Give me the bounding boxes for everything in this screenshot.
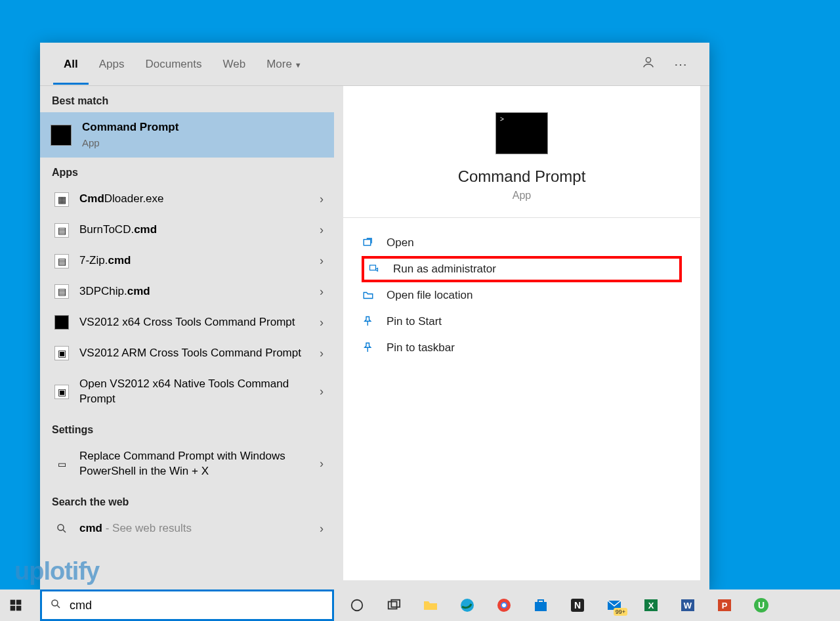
setting-label: Replace Command Prompt with Windows Powe… xyxy=(79,449,314,479)
task-view-icon[interactable] xyxy=(385,596,403,614)
section-settings: Settings xyxy=(40,415,334,441)
preview-subtitle: App xyxy=(513,190,531,202)
cmd-icon xyxy=(51,125,72,146)
app-result[interactable]: ▣ VS2012 ARM Cross Tools Command Prompt … xyxy=(40,338,334,369)
taskbar-search-box[interactable] xyxy=(40,589,334,621)
chevron-right-icon: › xyxy=(320,192,324,206)
chevron-down-icon: ▼ xyxy=(295,61,302,69)
action-pin-taskbar-label: Pin to taskbar xyxy=(387,341,455,354)
best-match-subtitle: App xyxy=(82,137,324,150)
action-open-label: Open xyxy=(387,236,414,249)
file-explorer-icon[interactable] xyxy=(421,596,440,614)
section-apps: Apps xyxy=(40,158,334,184)
tab-documents[interactable]: Documents xyxy=(135,43,212,85)
svg-text:N: N xyxy=(574,600,581,610)
svg-text:W: W xyxy=(684,601,692,610)
preview-app-icon xyxy=(495,112,548,154)
svg-rect-16 xyxy=(535,602,547,611)
app-label: Open VS2012 x64 Native Tools Command Pro… xyxy=(79,377,314,407)
edge-icon[interactable] xyxy=(458,596,476,614)
tab-more[interactable]: More▼ xyxy=(256,43,312,85)
shortcut-icon: ▣ xyxy=(54,346,69,360)
web-result[interactable]: cmd - See web results › xyxy=(40,513,334,544)
svg-text:X: X xyxy=(648,601,654,610)
mail-icon[interactable] xyxy=(605,596,623,614)
feedback-icon[interactable] xyxy=(632,55,665,73)
powerpoint-icon[interactable]: P xyxy=(715,596,734,614)
admin-icon xyxy=(368,263,381,275)
app-label: VS2012 x64 Cross Tools Command Prompt xyxy=(79,315,314,330)
svg-rect-2 xyxy=(364,240,371,246)
pin-taskbar-icon xyxy=(362,342,375,354)
chevron-right-icon: › xyxy=(320,347,324,360)
taskbar-apps: N X W P U xyxy=(341,589,770,621)
cmd-file-icon: ▤ xyxy=(54,284,69,299)
svg-text:P: P xyxy=(722,601,728,610)
exe-icon: ▦ xyxy=(54,192,69,207)
chrome-icon[interactable] xyxy=(495,596,513,614)
app-result[interactable]: ▤ BurnToCD.cmd › xyxy=(40,215,334,246)
app-label: VS2012 ARM Cross Tools Command Prompt xyxy=(79,346,314,361)
svg-point-9 xyxy=(352,600,363,611)
action-pin-start-label: Pin to Start xyxy=(387,315,442,328)
action-open[interactable]: Open xyxy=(362,230,682,256)
action-run-admin-label: Run as administrator xyxy=(393,263,496,276)
action-open-location[interactable]: Open file location xyxy=(362,282,682,309)
svg-point-8 xyxy=(52,600,58,606)
action-pin-taskbar[interactable]: Pin to taskbar xyxy=(362,335,682,361)
chevron-right-icon: › xyxy=(320,223,324,237)
chevron-right-icon: › xyxy=(320,385,324,398)
svg-rect-5 xyxy=(16,600,22,605)
svg-point-0 xyxy=(646,58,650,62)
app-label: BurnToCD.cmd xyxy=(79,223,314,238)
svg-rect-4 xyxy=(10,600,16,605)
action-run-admin[interactable]: Run as administrator xyxy=(362,256,682,282)
app-result[interactable]: VS2012 x64 Cross Tools Command Prompt › xyxy=(40,307,334,338)
app-result[interactable]: ▤ 7-Zip.cmd › xyxy=(40,246,334,276)
best-match-result[interactable]: Command Prompt App xyxy=(40,112,334,158)
search-icon xyxy=(54,521,69,536)
notion-icon[interactable]: N xyxy=(568,596,587,614)
svg-text:U: U xyxy=(758,600,765,610)
open-icon xyxy=(362,237,375,249)
action-open-location-label: Open file location xyxy=(387,289,472,302)
svg-point-1 xyxy=(58,525,64,530)
web-result-label: cmd - See web results xyxy=(79,521,314,536)
svg-rect-6 xyxy=(10,606,16,611)
app-result[interactable]: ▤ 3DPChip.cmd › xyxy=(40,276,334,307)
tab-web[interactable]: Web xyxy=(212,43,256,85)
cmd-icon xyxy=(54,315,69,330)
search-input[interactable] xyxy=(70,599,324,612)
setting-result[interactable]: ▭ Replace Command Prompt with Windows Po… xyxy=(40,441,334,487)
chevron-right-icon: › xyxy=(320,254,324,268)
chevron-right-icon: › xyxy=(320,285,324,299)
svg-rect-7 xyxy=(16,606,22,611)
shortcut-icon: ▣ xyxy=(54,385,69,399)
utorrent-icon[interactable]: U xyxy=(752,596,770,614)
best-match-title: Command Prompt xyxy=(82,120,324,135)
excel-icon[interactable]: X xyxy=(642,596,660,614)
start-button[interactable] xyxy=(0,599,32,612)
chevron-right-icon: › xyxy=(320,316,324,330)
search-icon xyxy=(50,598,62,613)
word-icon[interactable]: W xyxy=(679,596,697,614)
app-result[interactable]: ▦ CmdDloader.exe › xyxy=(40,184,334,215)
store-icon[interactable] xyxy=(532,596,550,614)
cortana-icon[interactable] xyxy=(348,596,366,614)
tab-apps[interactable]: Apps xyxy=(89,43,135,85)
app-result[interactable]: ▣ Open VS2012 x64 Native Tools Command P… xyxy=(40,369,334,415)
app-label: 7-Zip.cmd xyxy=(79,253,314,268)
settings-icon: ▭ xyxy=(54,457,69,471)
search-tabs: All Apps Documents Web More▼ ⋯ xyxy=(40,43,709,86)
preview-title: Command Prompt xyxy=(458,167,586,186)
svg-point-12 xyxy=(461,599,474,612)
cmd-file-icon: ▤ xyxy=(54,223,69,238)
svg-point-15 xyxy=(502,603,506,607)
app-label: 3DPChip.cmd xyxy=(79,284,314,299)
more-options-icon[interactable]: ⋯ xyxy=(665,56,696,72)
svg-rect-10 xyxy=(388,602,397,609)
chevron-right-icon: › xyxy=(320,522,324,536)
action-pin-start[interactable]: Pin to Start xyxy=(362,309,682,335)
tab-all[interactable]: All xyxy=(53,43,89,85)
results-panel: Best match Command Prompt App Apps ▦ Cmd… xyxy=(40,86,334,589)
